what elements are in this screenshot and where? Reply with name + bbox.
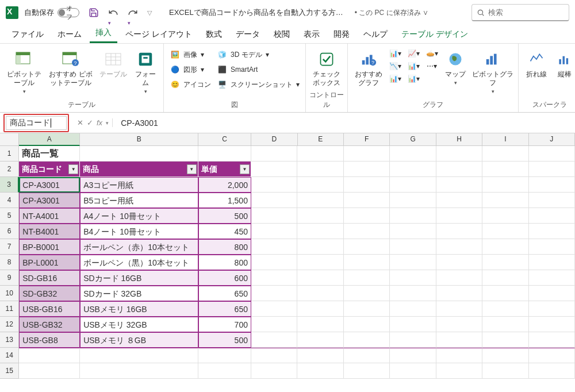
table-cell-code[interactable]: BP-L0001 — [19, 255, 80, 270]
cell[interactable] — [529, 363, 575, 379]
cell[interactable] — [344, 270, 390, 286]
col-header-J[interactable]: J — [529, 133, 575, 146]
fx-icon[interactable]: fx — [97, 118, 102, 127]
cell[interactable] — [482, 255, 528, 270]
undo-icon[interactable]: ▾ — [108, 7, 118, 18]
cell[interactable] — [436, 348, 482, 363]
cell[interactable] — [529, 239, 575, 255]
cell[interactable] — [297, 177, 343, 193]
autosave-toggle[interactable]: 自動保存 オフ — [24, 7, 79, 18]
cell[interactable] — [529, 317, 575, 332]
table-cell-code[interactable]: BP-B0001 — [19, 239, 80, 255]
table-cell-price[interactable]: 650 — [198, 301, 251, 317]
cell[interactable] — [297, 255, 343, 270]
col-header-B[interactable]: B — [80, 133, 198, 146]
cell[interactable] — [344, 146, 390, 162]
cell[interactable] — [390, 363, 436, 379]
cell[interactable] — [482, 317, 528, 332]
sparkline-line-button[interactable]: 折れ線 — [522, 46, 551, 79]
smartart-button[interactable]: ⬛SmartArt — [214, 63, 302, 76]
cell[interactable] — [390, 332, 436, 348]
col-header-F[interactable]: F — [344, 133, 390, 146]
row-header[interactable]: 3 — [0, 177, 19, 193]
table-cell-code[interactable]: NT-A4001 — [19, 208, 80, 224]
screenshot-button[interactable]: 🖥️スクリーンショット ▾ — [214, 78, 302, 91]
cell[interactable] — [390, 348, 436, 363]
pivotchart-button[interactable]: ピボットグラフ▾ — [471, 46, 515, 94]
cell[interactable] — [529, 301, 575, 317]
save-icon[interactable] — [89, 7, 99, 18]
table-cell-code[interactable]: NT-B4001 — [19, 224, 80, 239]
cell[interactable] — [251, 363, 297, 379]
cell[interactable] — [482, 348, 528, 363]
col-header-H[interactable]: H — [436, 133, 482, 146]
col-header-C[interactable]: C — [198, 133, 251, 146]
cell[interactable] — [436, 224, 482, 239]
cell[interactable] — [251, 208, 297, 224]
cell[interactable] — [529, 208, 575, 224]
row-header[interactable]: 11 — [0, 301, 19, 317]
table-header-price[interactable]: 単価▼ — [198, 162, 251, 177]
qat-overflow-icon[interactable]: ▽ — [147, 9, 152, 17]
cell[interactable] — [251, 301, 297, 317]
cell[interactable] — [344, 208, 390, 224]
cell[interactable] — [344, 224, 390, 239]
table-cell-name[interactable]: ボールペン（黒）10本セット — [80, 255, 198, 270]
recommended-charts-button[interactable]: ? おすすめ グラフ — [351, 46, 386, 87]
area-chart-icon[interactable]: 📊▾ — [405, 61, 421, 71]
cell[interactable] — [80, 348, 198, 363]
cell[interactable] — [436, 146, 482, 162]
table-cell-name[interactable]: USBメモリ 32GB — [80, 317, 198, 332]
table-cell-name[interactable]: B4ノート 10冊セット — [80, 224, 198, 239]
table-cell-name[interactable]: USBメモリ 16GB — [80, 301, 198, 317]
row-header[interactable]: 8 — [0, 255, 19, 270]
search-box[interactable] — [471, 4, 569, 21]
name-box[interactable]: 商品コード — [6, 116, 67, 130]
row-header[interactable]: 15 — [0, 363, 19, 379]
cell[interactable] — [529, 286, 575, 301]
select-all-button[interactable] — [0, 133, 19, 146]
cell[interactable] — [344, 162, 390, 177]
cell[interactable] — [529, 270, 575, 286]
table-cell-name[interactable]: B5コピー用紙 — [80, 193, 198, 208]
row-header[interactable]: 13 — [0, 332, 19, 348]
cell[interactable] — [482, 224, 528, 239]
formula-input[interactable]: CP-A3001 — [117, 118, 572, 128]
cell[interactable] — [529, 162, 575, 177]
filter-dropdown-icon[interactable]: ▼ — [187, 164, 197, 174]
cell[interactable] — [482, 146, 528, 162]
cell[interactable] — [482, 332, 528, 348]
cell[interactable] — [529, 146, 575, 162]
table-header-code[interactable]: 商品コード▼ — [19, 162, 80, 177]
table-cell-name[interactable]: USBメモリ ８GB — [80, 332, 198, 348]
cell[interactable] — [344, 317, 390, 332]
cell[interactable] — [390, 146, 436, 162]
cell[interactable] — [297, 348, 343, 363]
filter-dropdown-icon[interactable]: ▼ — [68, 164, 78, 174]
cell[interactable] — [482, 177, 528, 193]
row-header[interactable]: 14 — [0, 348, 19, 363]
col-header-G[interactable]: G — [390, 133, 436, 146]
cell[interactable] — [482, 286, 528, 301]
table-cell-code[interactable]: CP-A3001 — [19, 193, 80, 208]
tab-tabledesign[interactable]: テーブル デザイン — [396, 26, 474, 43]
table-cell-price[interactable]: 1,500 — [198, 193, 251, 208]
cell[interactable] — [251, 224, 297, 239]
cell[interactable] — [436, 162, 482, 177]
pictures-button[interactable]: 🖼️画像 ▾ — [167, 48, 213, 61]
cell[interactable] — [482, 270, 528, 286]
table-header-name[interactable]: 商品▼ — [80, 162, 198, 177]
tab-review[interactable]: 校閲 — [268, 26, 296, 43]
cell[interactable] — [529, 348, 575, 363]
table-cell-name[interactable]: A4ノート 10冊セット — [80, 208, 198, 224]
cell[interactable] — [529, 193, 575, 208]
cell[interactable] — [436, 208, 482, 224]
tab-pagelayout[interactable]: ページ レイアウト — [120, 26, 198, 43]
cell[interactable] — [390, 162, 436, 177]
cell[interactable] — [390, 301, 436, 317]
tab-view[interactable]: 表示 — [298, 26, 325, 43]
cell[interactable] — [297, 146, 343, 162]
shapes-button[interactable]: 🔵図形 ▾ — [167, 63, 213, 76]
scatter-chart-icon[interactable]: ⋯▾ — [424, 61, 440, 71]
line-chart-icon[interactable]: 📈▾ — [405, 48, 421, 59]
